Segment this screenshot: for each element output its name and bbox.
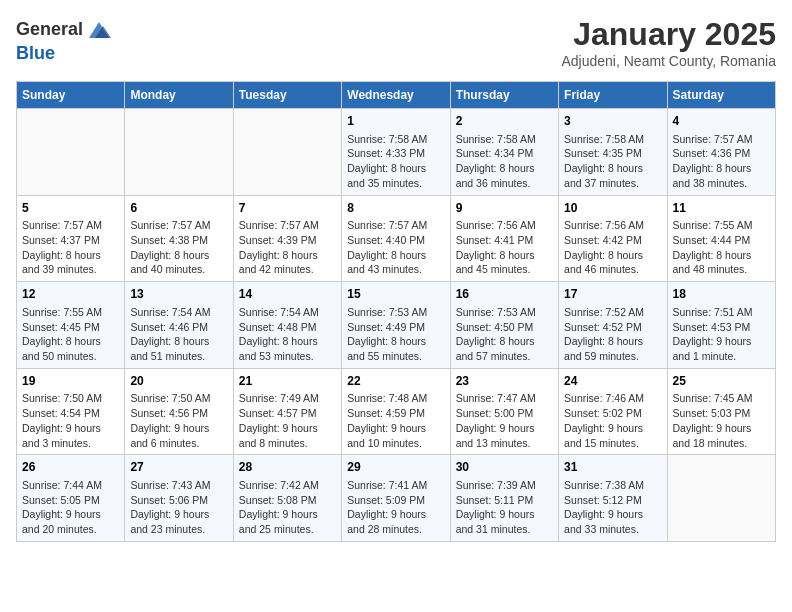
day-number: 15 (347, 286, 444, 303)
day-info: Sunrise: 7:57 AM Sunset: 4:37 PM Dayligh… (22, 218, 119, 277)
day-number: 8 (347, 200, 444, 217)
calendar-body: 1Sunrise: 7:58 AM Sunset: 4:33 PM Daylig… (17, 109, 776, 542)
day-info: Sunrise: 7:41 AM Sunset: 5:09 PM Dayligh… (347, 478, 444, 537)
day-info: Sunrise: 7:54 AM Sunset: 4:48 PM Dayligh… (239, 305, 336, 364)
day-number: 16 (456, 286, 553, 303)
day-number: 1 (347, 113, 444, 130)
day-number: 7 (239, 200, 336, 217)
calendar-cell (125, 109, 233, 196)
calendar-cell: 20Sunrise: 7:50 AM Sunset: 4:56 PM Dayli… (125, 368, 233, 455)
day-number: 3 (564, 113, 661, 130)
day-number: 12 (22, 286, 119, 303)
calendar-cell: 8Sunrise: 7:57 AM Sunset: 4:40 PM Daylig… (342, 195, 450, 282)
calendar-cell: 21Sunrise: 7:49 AM Sunset: 4:57 PM Dayli… (233, 368, 341, 455)
calendar-cell: 25Sunrise: 7:45 AM Sunset: 5:03 PM Dayli… (667, 368, 775, 455)
page-header: General Blue January 2025 Adjudeni, Neam… (16, 16, 776, 69)
calendar-cell (667, 455, 775, 542)
day-of-week-header: Thursday (450, 82, 558, 109)
calendar-cell: 29Sunrise: 7:41 AM Sunset: 5:09 PM Dayli… (342, 455, 450, 542)
day-info: Sunrise: 7:58 AM Sunset: 4:35 PM Dayligh… (564, 132, 661, 191)
day-of-week-header: Saturday (667, 82, 775, 109)
day-info: Sunrise: 7:48 AM Sunset: 4:59 PM Dayligh… (347, 391, 444, 450)
calendar-table: SundayMondayTuesdayWednesdayThursdayFrid… (16, 81, 776, 542)
calendar-cell: 24Sunrise: 7:46 AM Sunset: 5:02 PM Dayli… (559, 368, 667, 455)
days-of-week-row: SundayMondayTuesdayWednesdayThursdayFrid… (17, 82, 776, 109)
day-number: 25 (673, 373, 770, 390)
calendar-week-row: 1Sunrise: 7:58 AM Sunset: 4:33 PM Daylig… (17, 109, 776, 196)
day-number: 28 (239, 459, 336, 476)
day-info: Sunrise: 7:58 AM Sunset: 4:34 PM Dayligh… (456, 132, 553, 191)
day-number: 14 (239, 286, 336, 303)
day-number: 19 (22, 373, 119, 390)
day-info: Sunrise: 7:51 AM Sunset: 4:53 PM Dayligh… (673, 305, 770, 364)
day-number: 18 (673, 286, 770, 303)
day-number: 4 (673, 113, 770, 130)
calendar-cell: 17Sunrise: 7:52 AM Sunset: 4:52 PM Dayli… (559, 282, 667, 369)
day-info: Sunrise: 7:57 AM Sunset: 4:40 PM Dayligh… (347, 218, 444, 277)
day-info: Sunrise: 7:56 AM Sunset: 4:42 PM Dayligh… (564, 218, 661, 277)
day-number: 26 (22, 459, 119, 476)
day-number: 21 (239, 373, 336, 390)
title-block: January 2025 Adjudeni, Neamt County, Rom… (561, 16, 776, 69)
calendar-cell: 26Sunrise: 7:44 AM Sunset: 5:05 PM Dayli… (17, 455, 125, 542)
day-number: 31 (564, 459, 661, 476)
calendar-cell: 11Sunrise: 7:55 AM Sunset: 4:44 PM Dayli… (667, 195, 775, 282)
calendar-cell: 22Sunrise: 7:48 AM Sunset: 4:59 PM Dayli… (342, 368, 450, 455)
day-number: 22 (347, 373, 444, 390)
calendar-cell: 3Sunrise: 7:58 AM Sunset: 4:35 PM Daylig… (559, 109, 667, 196)
calendar-cell: 28Sunrise: 7:42 AM Sunset: 5:08 PM Dayli… (233, 455, 341, 542)
day-info: Sunrise: 7:52 AM Sunset: 4:52 PM Dayligh… (564, 305, 661, 364)
calendar-week-row: 19Sunrise: 7:50 AM Sunset: 4:54 PM Dayli… (17, 368, 776, 455)
day-info: Sunrise: 7:42 AM Sunset: 5:08 PM Dayligh… (239, 478, 336, 537)
day-of-week-header: Monday (125, 82, 233, 109)
calendar-cell (17, 109, 125, 196)
day-info: Sunrise: 7:47 AM Sunset: 5:00 PM Dayligh… (456, 391, 553, 450)
calendar-cell (233, 109, 341, 196)
day-info: Sunrise: 7:53 AM Sunset: 4:49 PM Dayligh… (347, 305, 444, 364)
day-number: 17 (564, 286, 661, 303)
day-number: 11 (673, 200, 770, 217)
calendar-cell: 31Sunrise: 7:38 AM Sunset: 5:12 PM Dayli… (559, 455, 667, 542)
day-info: Sunrise: 7:38 AM Sunset: 5:12 PM Dayligh… (564, 478, 661, 537)
calendar-cell: 1Sunrise: 7:58 AM Sunset: 4:33 PM Daylig… (342, 109, 450, 196)
day-info: Sunrise: 7:46 AM Sunset: 5:02 PM Dayligh… (564, 391, 661, 450)
calendar-cell: 27Sunrise: 7:43 AM Sunset: 5:06 PM Dayli… (125, 455, 233, 542)
day-info: Sunrise: 7:50 AM Sunset: 4:54 PM Dayligh… (22, 391, 119, 450)
calendar-cell: 19Sunrise: 7:50 AM Sunset: 4:54 PM Dayli… (17, 368, 125, 455)
day-number: 30 (456, 459, 553, 476)
day-of-week-header: Sunday (17, 82, 125, 109)
calendar-week-row: 5Sunrise: 7:57 AM Sunset: 4:37 PM Daylig… (17, 195, 776, 282)
calendar-cell: 12Sunrise: 7:55 AM Sunset: 4:45 PM Dayli… (17, 282, 125, 369)
logo-icon (85, 16, 113, 44)
calendar-cell: 5Sunrise: 7:57 AM Sunset: 4:37 PM Daylig… (17, 195, 125, 282)
day-number: 13 (130, 286, 227, 303)
day-number: 20 (130, 373, 227, 390)
location-subtitle: Adjudeni, Neamt County, Romania (561, 53, 776, 69)
day-info: Sunrise: 7:58 AM Sunset: 4:33 PM Dayligh… (347, 132, 444, 191)
day-number: 23 (456, 373, 553, 390)
day-info: Sunrise: 7:56 AM Sunset: 4:41 PM Dayligh… (456, 218, 553, 277)
calendar-cell: 30Sunrise: 7:39 AM Sunset: 5:11 PM Dayli… (450, 455, 558, 542)
calendar-cell: 23Sunrise: 7:47 AM Sunset: 5:00 PM Dayli… (450, 368, 558, 455)
day-info: Sunrise: 7:57 AM Sunset: 4:39 PM Dayligh… (239, 218, 336, 277)
day-number: 5 (22, 200, 119, 217)
logo-blue-text: Blue (16, 43, 55, 63)
day-info: Sunrise: 7:57 AM Sunset: 4:38 PM Dayligh… (130, 218, 227, 277)
day-info: Sunrise: 7:49 AM Sunset: 4:57 PM Dayligh… (239, 391, 336, 450)
calendar-cell: 2Sunrise: 7:58 AM Sunset: 4:34 PM Daylig… (450, 109, 558, 196)
calendar-cell: 15Sunrise: 7:53 AM Sunset: 4:49 PM Dayli… (342, 282, 450, 369)
day-info: Sunrise: 7:54 AM Sunset: 4:46 PM Dayligh… (130, 305, 227, 364)
day-info: Sunrise: 7:53 AM Sunset: 4:50 PM Dayligh… (456, 305, 553, 364)
calendar-cell: 7Sunrise: 7:57 AM Sunset: 4:39 PM Daylig… (233, 195, 341, 282)
calendar-week-row: 12Sunrise: 7:55 AM Sunset: 4:45 PM Dayli… (17, 282, 776, 369)
day-info: Sunrise: 7:43 AM Sunset: 5:06 PM Dayligh… (130, 478, 227, 537)
logo-general-text: General (16, 20, 83, 40)
day-info: Sunrise: 7:39 AM Sunset: 5:11 PM Dayligh… (456, 478, 553, 537)
day-info: Sunrise: 7:55 AM Sunset: 4:45 PM Dayligh… (22, 305, 119, 364)
calendar-cell: 9Sunrise: 7:56 AM Sunset: 4:41 PM Daylig… (450, 195, 558, 282)
calendar-header: SundayMondayTuesdayWednesdayThursdayFrid… (17, 82, 776, 109)
day-info: Sunrise: 7:55 AM Sunset: 4:44 PM Dayligh… (673, 218, 770, 277)
day-number: 29 (347, 459, 444, 476)
day-info: Sunrise: 7:50 AM Sunset: 4:56 PM Dayligh… (130, 391, 227, 450)
day-of-week-header: Tuesday (233, 82, 341, 109)
